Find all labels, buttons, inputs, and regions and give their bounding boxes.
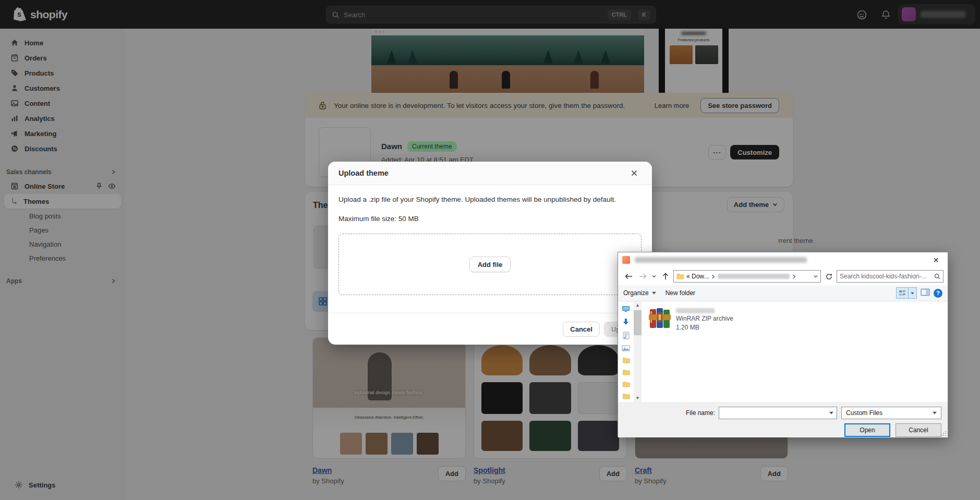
dialog-app-icon [622, 256, 630, 264]
file-type-value: Custom Files [846, 409, 933, 417]
organize-button[interactable]: Organize [623, 289, 656, 297]
dialog-cancel-button[interactable]: Cancel [896, 423, 941, 437]
chevron-down-icon [911, 292, 914, 295]
resize-grip[interactable] [941, 431, 947, 436]
dialog-body: ▲ ▼ [618, 301, 948, 402]
close-icon [631, 170, 637, 176]
scroll-up-arrow[interactable]: ▲ [636, 301, 640, 309]
organize-label: Organize [623, 289, 649, 297]
arrow-right-icon [639, 273, 647, 279]
folder-icon[interactable] [622, 369, 630, 375]
forward-button[interactable] [636, 270, 649, 283]
dialog-search-text: Search kidscool-kids-fashion-... [840, 273, 931, 280]
open-button[interactable]: Open [844, 423, 890, 437]
arrow-up-icon [662, 273, 669, 280]
dialog-footer: File name: Custom Files Open Cancel [618, 402, 948, 437]
help-icon[interactable]: ? [934, 289, 942, 298]
downloads-icon[interactable] [622, 318, 630, 326]
redacted-breadcrumb-folder [718, 274, 790, 279]
new-folder-label: New folder [666, 289, 695, 297]
address-bar[interactable]: « Dow... [673, 270, 821, 283]
details-view-icon [899, 290, 906, 297]
file-size: 1.20 MB [676, 324, 733, 331]
refresh-button[interactable] [822, 270, 835, 283]
file-name-label: File name: [686, 409, 715, 417]
folder-icon[interactable] [622, 357, 630, 363]
dialog-nav-pane[interactable] [618, 301, 634, 402]
shopify-admin-app: S shopify Search CTRL K [0, 0, 980, 500]
scrollbar-thumb[interactable] [634, 310, 642, 335]
breadcrumb-prefix[interactable]: « Dow... [686, 273, 709, 280]
back-button[interactable] [622, 270, 635, 283]
file-type: WinRAR ZIP archive [676, 315, 733, 322]
modal-close-button[interactable] [627, 166, 642, 180]
recent-locations-button[interactable] [650, 270, 658, 283]
chevron-right-icon [792, 274, 796, 279]
dialog-search-box[interactable]: Search kidscool-kids-fashion-... [837, 270, 943, 283]
new-folder-button[interactable]: New folder [666, 289, 695, 297]
chevron-down-icon[interactable] [814, 275, 818, 278]
folder-icon [676, 273, 684, 279]
chevron-right-icon [711, 274, 715, 279]
nav-pane-scrollbar[interactable]: ▲ ▼ [634, 301, 642, 402]
dialog-close-button[interactable]: ✕ [924, 252, 948, 267]
modal-instructions: Upload a .zip file of your Shopify theme… [338, 196, 642, 203]
modal-cancel-button[interactable]: Cancel [563, 322, 600, 337]
arrow-left-icon [625, 273, 633, 279]
redacted-file-name [676, 308, 715, 313]
modal-title: Upload theme [338, 169, 627, 177]
file-name-input[interactable] [719, 407, 837, 419]
file-type-select[interactable]: Custom Files [841, 407, 941, 419]
file-dropzone[interactable]: Add file [338, 234, 642, 295]
preview-pane-button[interactable] [921, 288, 930, 298]
scroll-down-arrow[interactable]: ▼ [636, 394, 640, 402]
add-file-button[interactable]: Add file [469, 257, 511, 272]
dialog-titlebar: ✕ [618, 252, 948, 267]
change-view-button[interactable] [896, 287, 917, 299]
modal-max-size: Maximum file size: 50 MB [338, 215, 642, 223]
dialog-address-row: « Dow... Search kidscool-kids-fashion-..… [618, 267, 948, 285]
dialog-file-list: WinRAR ZIP archive 1.20 MB [642, 301, 948, 402]
up-button[interactable] [659, 270, 672, 283]
desktop-icon[interactable] [622, 306, 630, 312]
search-icon [934, 273, 940, 279]
chevron-down-icon [652, 291, 656, 295]
chevron-down-icon[interactable] [829, 411, 833, 414]
documents-icon[interactable] [623, 332, 630, 339]
folder-icon[interactable] [622, 381, 630, 387]
pictures-icon[interactable] [622, 345, 630, 351]
refresh-icon [826, 273, 832, 280]
winrar-icon [649, 307, 671, 330]
preview-pane-icon [921, 288, 930, 296]
dialog-toolbar: Organize New folder ? [618, 285, 948, 301]
folder-icon[interactable] [622, 393, 630, 399]
redacted-dialog-title [635, 257, 807, 263]
windows-open-dialog: ✕ « Dow... [618, 252, 948, 437]
chevron-down-icon [652, 275, 656, 278]
upload-theme-modal: Upload theme Upload a .zip file of your … [328, 162, 652, 345]
file-item-zip[interactable]: WinRAR ZIP archive 1.20 MB [649, 307, 940, 331]
chevron-down-icon [933, 411, 937, 414]
